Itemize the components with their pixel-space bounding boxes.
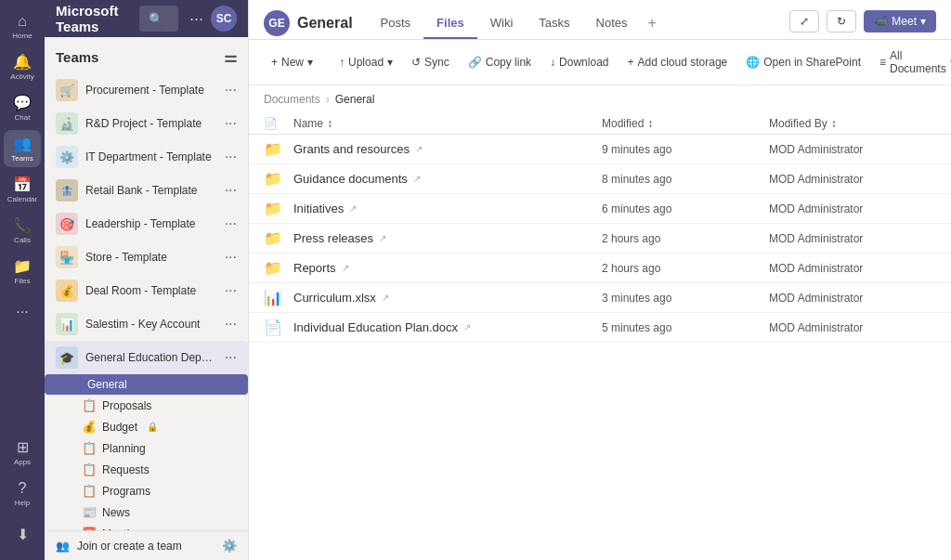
it-name: IT Department - Template bbox=[85, 150, 214, 163]
file-row[interactable]: 📁 Reports ↗ 2 hours ago MOD Administrato… bbox=[249, 254, 951, 283]
file-row[interactable]: 📊 Curriculum.xlsx ↗ 3 minutes ago MOD Ad… bbox=[249, 283, 951, 313]
rail-item-download[interactable]: ⬇ bbox=[4, 515, 41, 553]
store-icon: 🏪 bbox=[56, 246, 78, 268]
refresh-icon: ↻ bbox=[837, 15, 846, 28]
avatar[interactable]: SC bbox=[211, 6, 237, 32]
sidebar-item-salestim[interactable]: 📊 Salestim - Key Account ··· bbox=[45, 307, 248, 341]
channel-budget[interactable]: 💰 Budget 🔒 bbox=[45, 416, 248, 437]
programs-icon: 📋 bbox=[82, 484, 97, 498]
rail-item-calls[interactable]: 📞 Calls bbox=[4, 212, 41, 249]
file-row[interactable]: 📄 Individual Education Plan.docx ↗ 5 min… bbox=[249, 313, 951, 343]
rail-item-apps[interactable]: ⊞ Apps bbox=[4, 434, 41, 471]
tab-files[interactable]: Files bbox=[423, 8, 477, 39]
retail-icon: 🏦 bbox=[56, 179, 78, 202]
search-box[interactable]: 🔍 bbox=[139, 6, 178, 32]
rail-label-apps: Apps bbox=[14, 458, 31, 466]
leadership-more[interactable]: ··· bbox=[221, 214, 241, 234]
col-name[interactable]: Name ↕ bbox=[293, 117, 602, 130]
file-row[interactable]: 📁 Guidance documents ↗ 8 minutes ago MOD… bbox=[249, 164, 951, 194]
dealroom-more[interactable]: ··· bbox=[221, 280, 241, 301]
col-modified[interactable]: Modified ↕ bbox=[602, 117, 769, 130]
file-row[interactable]: 📁 Initiatives ↗ 6 minutes ago MOD Admini… bbox=[249, 194, 951, 224]
refresh-button[interactable]: ↻ bbox=[827, 10, 856, 33]
retail-more[interactable]: ··· bbox=[221, 180, 241, 201]
breadcrumb-parent[interactable]: Documents bbox=[264, 93, 320, 106]
rail-item-teams[interactable]: 👥 Teams bbox=[4, 130, 41, 167]
tab-wiki[interactable]: Wiki bbox=[477, 8, 527, 39]
file-modified: 5 minutes ago bbox=[602, 321, 769, 334]
rail-item-chat[interactable]: 💬 Chat bbox=[4, 89, 41, 126]
upload-label: Upload bbox=[348, 56, 384, 69]
procurement-more[interactable]: ··· bbox=[221, 80, 241, 100]
filter-icon[interactable]: ⚌ bbox=[224, 48, 237, 66]
channel-header-right: ⤢ ↻ 📹 Meet ▾ bbox=[789, 10, 936, 36]
add-cloud-button[interactable]: + Add cloud storage bbox=[619, 52, 735, 72]
channel-news[interactable]: 📰 News bbox=[45, 501, 248, 523]
chat-icon: 💬 bbox=[13, 94, 32, 111]
rail-item-files[interactable]: 📁 Files bbox=[4, 253, 41, 290]
general-edu-more[interactable]: ··· bbox=[221, 347, 241, 368]
file-name: Curriculum.xlsx ↗ bbox=[293, 291, 602, 305]
all-docs-label: All Documents bbox=[890, 49, 946, 75]
tab-notes[interactable]: Notes bbox=[583, 8, 641, 39]
col-name-label: Name bbox=[293, 117, 323, 130]
channel-requests[interactable]: 📋 Requests bbox=[45, 459, 248, 480]
left-rail: ⌂ Home 🔔 Activity 💬 Chat 👥 Teams 📅 Calen… bbox=[0, 0, 45, 560]
channel-news-label: News bbox=[102, 506, 130, 519]
folder-icon: 📁 bbox=[264, 229, 293, 247]
channel-requests-label: Requests bbox=[102, 463, 150, 476]
channel-planning[interactable]: 📋 Planning bbox=[45, 437, 248, 459]
rail-item-calendar[interactable]: 📅 Calendar bbox=[4, 171, 41, 208]
channel-general[interactable]: General bbox=[45, 374, 248, 395]
tab-tasks[interactable]: Tasks bbox=[526, 8, 582, 39]
folder-icon: 📁 bbox=[264, 200, 293, 217]
xlsx-icon: 📊 bbox=[264, 289, 293, 306]
open-sharepoint-button[interactable]: 🌐 Open in SharePoint bbox=[738, 52, 868, 72]
add-tab-button[interactable]: + bbox=[640, 7, 663, 39]
file-modified: 6 minutes ago bbox=[602, 202, 769, 215]
sidebar-item-general-edu[interactable]: 🎓 General Education Department - Tem... … bbox=[45, 341, 248, 374]
rail-item-activity[interactable]: 🔔 Activity bbox=[4, 48, 41, 85]
sync-button[interactable]: ↺ Sync bbox=[404, 52, 457, 72]
download-rail-icon: ⬇ bbox=[17, 526, 29, 543]
expand-icon: ⤢ bbox=[800, 15, 809, 28]
salestim-more[interactable]: ··· bbox=[221, 314, 241, 334]
randd-more[interactable]: ··· bbox=[221, 113, 241, 134]
search-icon: 🔍 bbox=[149, 12, 163, 26]
all-documents-button[interactable]: ≡ All Documents ▾ bbox=[872, 46, 951, 79]
rail-item-home[interactable]: ⌂ Home bbox=[4, 7, 41, 45]
store-more[interactable]: ··· bbox=[221, 247, 241, 267]
copy-link-button[interactable]: 🔗 Copy link bbox=[461, 52, 539, 72]
new-button[interactable]: + New ▾ bbox=[264, 52, 320, 72]
sidebar-item-leadership[interactable]: 🎯 Leadership - Template ··· bbox=[45, 207, 248, 241]
rail-item-more[interactable]: ··· bbox=[4, 293, 41, 331]
more-options-icon[interactable]: ··· bbox=[189, 9, 203, 29]
join-create-team-button[interactable]: 👥 Join or create a team bbox=[56, 540, 182, 553]
leadership-icon: 🎯 bbox=[56, 213, 78, 235]
new-chevron-icon: ▾ bbox=[307, 56, 313, 69]
meet-button[interactable]: 📹 Meet ▾ bbox=[864, 10, 936, 33]
file-row[interactable]: 📁 Grants and resources ↗ 9 minutes ago M… bbox=[249, 135, 951, 164]
tab-posts[interactable]: Posts bbox=[368, 8, 424, 39]
sidebar-item-store[interactable]: 🏪 Store - Template ··· bbox=[45, 241, 248, 274]
sidebar-item-retail[interactable]: 🏦 Retail Bank - Template ··· bbox=[45, 174, 248, 207]
col-modified-by[interactable]: Modified By ↕ bbox=[769, 117, 936, 130]
all-docs-icon: ≡ bbox=[879, 56, 886, 69]
it-more[interactable]: ··· bbox=[221, 147, 241, 167]
sidebar-item-procurement[interactable]: 🛒 Procurement - Template ··· bbox=[45, 73, 248, 107]
rail-label-home: Home bbox=[12, 32, 32, 40]
rail-label-calendar: Calendar bbox=[7, 195, 37, 203]
download-button[interactable]: ↓ Download bbox=[542, 52, 616, 72]
rail-item-help[interactable]: ? Help bbox=[4, 475, 41, 512]
sidebar-item-dealroom[interactable]: 💰 Deal Room - Template ··· bbox=[45, 274, 248, 307]
upload-button[interactable]: ↑ Upload ▾ bbox=[332, 52, 400, 72]
channel-programs[interactable]: 📋 Programs bbox=[45, 480, 248, 501]
channel-meetings[interactable]: 📅 Meetings bbox=[45, 523, 248, 530]
settings-icon[interactable]: ⚙️ bbox=[222, 539, 237, 553]
file-row[interactable]: 📁 Press releases ↗ 2 hours ago MOD Admin… bbox=[249, 224, 951, 254]
expand-button[interactable]: ⤢ bbox=[789, 10, 819, 33]
meet-chevron-icon: ▾ bbox=[920, 15, 926, 28]
channel-proposals[interactable]: 📋 Proposals bbox=[45, 395, 248, 416]
sidebar-item-it[interactable]: ⚙️ IT Department - Template ··· bbox=[45, 140, 248, 174]
sidebar-item-randd[interactable]: 🔬 R&D Project - Template ··· bbox=[45, 107, 248, 140]
